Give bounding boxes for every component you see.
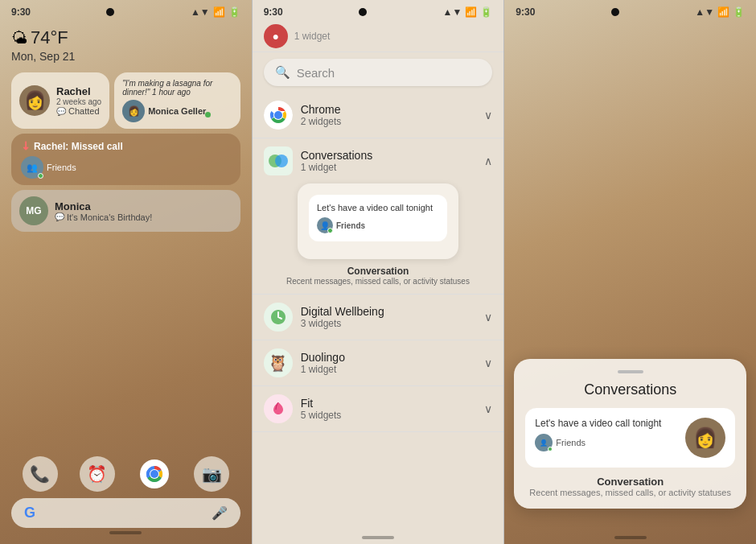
monica-geller-name: Monica Geller	[148, 106, 206, 116]
time-2: 9:30	[264, 6, 283, 18]
monica-small-avatar: 👩	[122, 100, 145, 122]
wifi-icon: ▲▼	[191, 6, 210, 18]
fit-icon	[264, 394, 293, 423]
conversations-chevron: ∧	[484, 155, 492, 167]
rachel-avatar: 👩	[19, 85, 50, 116]
conversations-section: Conversations 1 widget ∧ Let's have a vi…	[253, 138, 504, 295]
dock-clock-icon[interactable]: ⏰	[80, 456, 115, 492]
monica-bubble-card[interactable]: MG Monica 💬 It's Monica's Birthday!	[11, 190, 240, 232]
conv-friends-row: 👤 Friends	[535, 434, 677, 451]
dock-chrome-icon[interactable]	[137, 456, 172, 492]
weather-date: Mon, Sep 21	[11, 50, 240, 63]
duolingo-section: 🦉 Duolingo 1 widget ∨	[253, 340, 504, 386]
monica-post-text: "I'm making a lasagna for dinner!" 1 hou…	[122, 79, 232, 97]
fit-section: Fit 5 widgets ∨	[253, 386, 504, 432]
phone3: 9:30 ▲▼ 📶 🔋 Conversations Let's have a v…	[504, 0, 756, 544]
widget-desc: Conversation Recent messages, missed cal…	[264, 266, 493, 286]
home-indicator-1	[109, 531, 142, 534]
conversations-panel: Conversations Let's have a video call to…	[514, 359, 746, 509]
chrome-section-count: 2 widgets	[301, 116, 477, 127]
time-3: 9:30	[516, 6, 535, 18]
rachel-name: Rachel	[56, 85, 101, 97]
dw-chevron: ∨	[484, 311, 492, 324]
widget-preview-card[interactable]: Let's have a video call tonight 👤 Friend…	[298, 183, 458, 259]
dock-icons: 📞 ⏰ 📷	[11, 456, 240, 492]
duolingo-header[interactable]: 🦉 Duolingo 1 widget ∨	[253, 340, 504, 385]
conversations-section-header[interactable]: Conversations 1 widget ∧	[253, 138, 504, 183]
widget-friends-label: Friends	[336, 221, 365, 230]
mic-icon[interactable]: 🎤	[212, 505, 228, 521]
status-bar-1: 9:30 ▲▼ 📶 🔋	[0, 0, 252, 21]
conv-friends-label: Friends	[556, 438, 585, 447]
weather-temp: 74°F	[31, 27, 68, 48]
weather-widget: 🌤 74°F Mon, Sep 21	[0, 21, 252, 66]
digital-wellbeing-header[interactable]: Digital Wellbeing 3 widgets ∨	[253, 295, 504, 340]
search-icon: 🔍	[275, 65, 290, 80]
home-indicator-2	[362, 536, 394, 539]
duolingo-chevron: ∨	[484, 356, 492, 369]
monica-post-card[interactable]: "I'm making a lasagna for dinner!" 1 hou…	[114, 72, 240, 129]
notifications-area: 👩 Rachel 2 weeks ago 💬 Chatted "I'm maki…	[0, 66, 252, 238]
svg-point-6	[274, 111, 282, 119]
digital-wellbeing-icon	[264, 303, 293, 332]
camera-dot-1	[106, 8, 114, 16]
conversations-section-count: 1 widget	[301, 162, 477, 173]
dw-name: Digital Wellbeing	[301, 305, 477, 318]
svg-point-9	[275, 155, 288, 167]
partial-app-icon: ●	[264, 24, 288, 48]
time-1: 9:30	[11, 6, 31, 18]
duolingo-count: 1 widget	[301, 364, 477, 375]
friends-avatar: 👥	[21, 156, 43, 179]
conv-bubble-text: Let's have a video call tonight	[535, 418, 677, 429]
widget-search-bar[interactable]: 🔍 Search	[264, 59, 493, 86]
battery-icon-3: 🔋	[733, 6, 745, 18]
friends-avatar-preview: 👤	[317, 217, 333, 233]
widget-preview-friends: 👤 Friends	[317, 217, 439, 233]
conversations-expanded: Let's have a video call tonight 👤 Friend…	[253, 183, 504, 294]
dw-count: 3 widgets	[301, 318, 477, 329]
monica-bubble-text: It's Monica's Birthday!	[67, 212, 152, 222]
widget-bubble-text: Let's have a video call tonight	[317, 203, 439, 212]
rachel-time: 2 weeks ago	[56, 97, 101, 106]
chrome-app-icon	[264, 101, 293, 130]
signal-icon-2: 📶	[465, 6, 477, 18]
conv-desc-title: Conversation	[525, 476, 735, 488]
dock-camera-icon[interactable]: 📷	[194, 456, 229, 492]
conversations-app-icon	[264, 146, 293, 175]
mg-avatar: MG	[19, 196, 48, 225]
conv-contact-avatar: 👩	[685, 418, 725, 458]
svg-point-3	[150, 470, 158, 478]
missed-call-card[interactable]: ↗ Rachel: Missed call 👥 Friends	[11, 134, 240, 185]
notif-row-1: 👩 Rachel 2 weeks ago 💬 Chatted "I'm maki…	[11, 72, 240, 129]
chrome-section: Chrome 2 widgets ∨	[253, 93, 504, 138]
duolingo-icon: 🦉	[264, 348, 293, 377]
search-placeholder: Search	[297, 66, 335, 80]
google-g-logo: G	[24, 505, 35, 521]
fit-name: Fit	[301, 397, 477, 410]
conv-friends-avatar: 👤	[535, 434, 553, 451]
chrome-section-name: Chrome	[301, 103, 477, 116]
battery-icon-2: 🔋	[480, 6, 492, 18]
monica-bubble-name: Monica	[55, 200, 152, 212]
home-indicator-3	[614, 536, 647, 539]
fit-header[interactable]: Fit 5 widgets ∨	[253, 386, 504, 431]
search-bar-dock[interactable]: G 🎤	[11, 498, 240, 528]
status-bar-2: 9:30 ▲▼ 📶 🔋	[253, 0, 504, 21]
widget-list: Chrome 2 widgets ∨	[253, 93, 504, 533]
rachel-action: 💬 Chatted	[56, 106, 101, 116]
partial-top-row: ● 1 widget	[253, 21, 504, 52]
conv-desc: Conversation Recent messages, missed cal…	[525, 476, 735, 497]
dock-area: 📞 ⏰ 📷 G	[0, 456, 252, 544]
duolingo-name: Duolingo	[301, 351, 477, 364]
weather-icon: 🌤	[11, 29, 27, 47]
dock-phone-icon[interactable]: 📞	[23, 456, 58, 492]
chrome-section-header[interactable]: Chrome 2 widgets ∨	[253, 93, 504, 138]
missed-call-header: ↗ Rachel: Missed call	[21, 140, 231, 153]
digital-wellbeing-section: Digital Wellbeing 3 widgets ∨	[253, 295, 504, 340]
fit-chevron: ∨	[484, 402, 492, 415]
conv-widget-preview[interactable]: Let's have a video call tonight 👤 Friend…	[525, 408, 735, 468]
phone1: 9:30 ▲▼ 📶 🔋 🌤 74°F Mon, Sep 21	[0, 0, 252, 544]
rachel-notif-card[interactable]: 👩 Rachel 2 weeks ago 💬 Chatted	[11, 72, 109, 129]
widget-desc-text: Recent messages, missed calls, or activi…	[264, 277, 493, 286]
wifi-icon-2: ▲▼	[443, 6, 462, 18]
